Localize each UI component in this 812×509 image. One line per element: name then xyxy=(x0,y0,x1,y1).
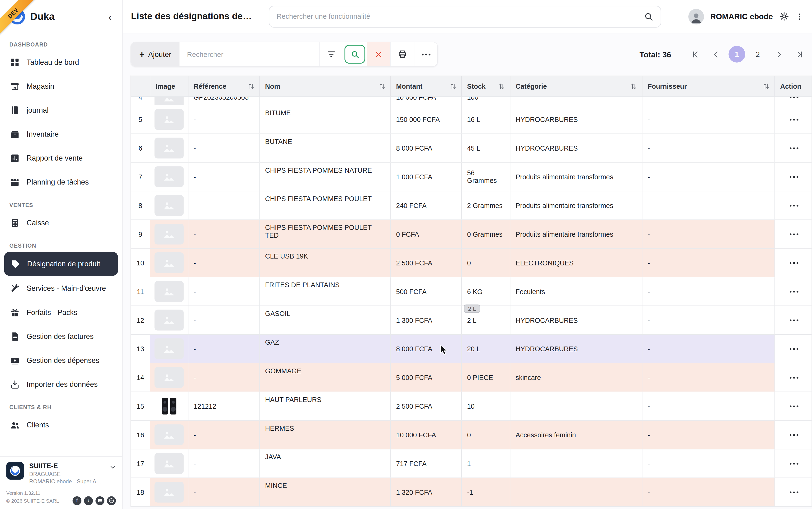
row-actions-button[interactable] xyxy=(786,141,801,155)
table-row[interactable]: 16-HERMES10 000 FCFA0Accessoires feminin… xyxy=(131,421,812,449)
category-cell-value: Produits alimentaire transformes xyxy=(516,230,613,238)
row-actions-button[interactable] xyxy=(786,198,801,213)
search-submit-button[interactable] xyxy=(344,45,365,64)
sidebar-item-journal[interactable]: journal xyxy=(0,98,122,122)
table-row[interactable]: 7-CHIPS FIESTA POMMES NATURE1 000 FCFA56… xyxy=(131,163,812,192)
search-icon[interactable] xyxy=(644,12,653,21)
sidebar-item-inventaire[interactable]: Inventaire xyxy=(0,122,122,146)
sidebar-item-clients[interactable]: Clients xyxy=(0,413,122,437)
category-cell: skincare xyxy=(510,363,643,392)
row-actions-button[interactable] xyxy=(786,370,801,385)
tiktok-icon[interactable]: ♪ xyxy=(84,496,93,505)
table-row[interactable]: 13-GAZ8 000 FCFA20 LHYDROCARBURES- xyxy=(131,335,812,363)
column-header-montant[interactable]: Montant xyxy=(391,76,462,97)
name-cell: MINCE xyxy=(260,478,391,506)
row-actions-button[interactable] xyxy=(786,169,801,184)
filter-button[interactable] xyxy=(319,42,343,66)
image-placeholder-icon xyxy=(155,195,184,216)
column-header-reference[interactable]: Référence xyxy=(188,76,260,97)
table-row[interactable]: 6-BUTANE8 000 FCFA45 LHYDROCARBURES- xyxy=(131,134,812,163)
prev-page-button[interactable] xyxy=(708,46,724,62)
table-row[interactable]: 15121212HAUT PARLEURS2 500 FCFA10- xyxy=(131,392,812,421)
column-header-nom[interactable]: Nom xyxy=(260,76,391,97)
sidebar-item-tableau-de-bord[interactable]: Tableau de bord xyxy=(0,50,122,74)
row-actions-button[interactable] xyxy=(786,456,801,471)
category-cell: HYDROCARBURES xyxy=(510,335,643,363)
avatar[interactable] xyxy=(688,8,704,24)
name-cell xyxy=(260,97,391,105)
action-cell xyxy=(775,392,812,420)
settings-gear-icon[interactable] xyxy=(779,11,789,21)
row-actions-button[interactable] xyxy=(786,97,801,105)
main-area: Liste des désignations de ... ROMARIC eb… xyxy=(123,0,812,509)
sidebar-collapse-button[interactable]: ‹ xyxy=(105,11,115,23)
supplier-cell-value: - xyxy=(648,202,650,209)
row-actions-button[interactable] xyxy=(786,485,801,500)
sidebar-item-label: journal xyxy=(27,106,49,114)
sidebar-item-importer-des-donnees[interactable]: Importer des données xyxy=(0,372,122,396)
sidebar-item-magasin[interactable]: Magasin xyxy=(0,74,122,98)
image-cell xyxy=(150,277,188,305)
table-row[interactable]: 17-JAVA717 FCFA1- xyxy=(131,449,812,478)
page-1-button[interactable]: 1 xyxy=(728,46,745,62)
clear-search-button[interactable] xyxy=(367,42,391,66)
last-page-button[interactable] xyxy=(791,46,808,62)
amount-cell: 10 000 FCFA xyxy=(391,97,462,105)
amount-cell: 240 FCFA xyxy=(391,192,462,219)
table-row[interactable]: 8-CHIPS FIESTA POMMES POULET240 FCFA2 Gr… xyxy=(131,192,812,220)
column-header-stock[interactable]: Stock xyxy=(462,76,510,97)
sidebar-item-caisse[interactable]: Caisse xyxy=(0,211,122,235)
row-actions-button[interactable] xyxy=(786,428,801,442)
table-row[interactable]: 10-CLE USB 19K2 500 FCFA0ELECTRONIQUES- xyxy=(131,248,812,277)
page-2-button[interactable]: 2 xyxy=(749,46,766,62)
amount-cell-value: 500 FCFA xyxy=(396,287,427,295)
sidebar-item-planning-de-taches[interactable]: Planning de tâches xyxy=(0,170,122,194)
sidebar-item-rapport-de-vente[interactable]: Rapport de vente xyxy=(0,146,122,170)
stock-cell: 0 Grammes xyxy=(462,220,510,248)
amount-cell: 10 000 FCFA xyxy=(391,421,462,449)
table-row[interactable]: 5-BITUME150 000 FCFA16 LHYDROCARBURES- xyxy=(131,105,812,134)
row-actions-button[interactable] xyxy=(786,313,801,328)
global-search-input[interactable] xyxy=(277,12,644,21)
column-header-label: Action xyxy=(780,82,801,90)
row-actions-button[interactable] xyxy=(786,284,801,299)
sidebar-item-gestion-des-depenses[interactable]: Gestion des dépenses xyxy=(0,348,122,372)
org-name: SUIITE-E xyxy=(29,462,104,470)
sidebar-item-gestion-des-factures[interactable]: Gestion des factures xyxy=(0,324,122,348)
row-number: 7 xyxy=(131,163,150,191)
sidebar-item-services-main-doeuvre[interactable]: Services - Main-d'œuvre xyxy=(0,276,122,300)
image-placeholder-icon xyxy=(155,424,184,445)
facebook-icon[interactable]: f xyxy=(73,496,82,505)
table-row[interactable]: 18-MINCE1 320 FCFA-1- xyxy=(131,478,812,507)
chat-icon[interactable] xyxy=(95,496,104,505)
amount-cell-value: 8 000 FCFA xyxy=(396,345,432,353)
table-row[interactable]: 14-GOMMAGE5 000 FCFA0 PIECEskincare- xyxy=(131,363,812,392)
action-cell xyxy=(775,421,812,449)
table-search-input[interactable] xyxy=(180,42,319,66)
row-actions-button[interactable] xyxy=(786,256,801,270)
row-actions-button[interactable] xyxy=(786,112,801,127)
globe-icon[interactable] xyxy=(107,496,116,505)
reference-cell: - xyxy=(188,134,260,162)
sidebar-item-designation-de-produit[interactable]: Désignation de produit xyxy=(4,252,118,276)
print-button[interactable] xyxy=(391,42,414,66)
kebab-menu-icon[interactable] xyxy=(795,12,804,21)
row-actions-button[interactable] xyxy=(786,227,801,241)
column-header-categorie[interactable]: Catégorie xyxy=(510,76,643,97)
row-actions-button[interactable] xyxy=(786,399,801,413)
amount-cell: 8 000 FCFA xyxy=(391,335,462,363)
table-row[interactable]: 9-CHIPS FIESTA POMMES POULET TED0 FCFA0 … xyxy=(131,220,812,249)
row-number-value: 17 xyxy=(136,460,144,468)
name-cell: HERMES xyxy=(260,421,391,449)
table-row[interactable]: 4GP20230520050510 000 FCFA100 xyxy=(131,97,812,105)
column-header-fournisseur[interactable]: Fournisseur xyxy=(643,76,775,97)
next-page-button[interactable] xyxy=(770,46,787,62)
reference-cell-value: GP202305200505 xyxy=(193,97,249,101)
table-row[interactable]: 11-FRITES DE PLANTAINS500 FCFA6 KGFecule… xyxy=(131,277,812,306)
more-options-button[interactable] xyxy=(414,42,438,66)
row-actions-button[interactable] xyxy=(786,342,801,356)
org-switcher[interactable]: SUIITE-E DRAGUAGE ROMARIC ebode - Super … xyxy=(6,462,116,484)
first-page-button[interactable] xyxy=(687,46,704,62)
sidebar-item-forfaits-packs[interactable]: Forfaits - Packs xyxy=(0,300,122,324)
add-button[interactable]: + Ajouter xyxy=(131,42,180,66)
